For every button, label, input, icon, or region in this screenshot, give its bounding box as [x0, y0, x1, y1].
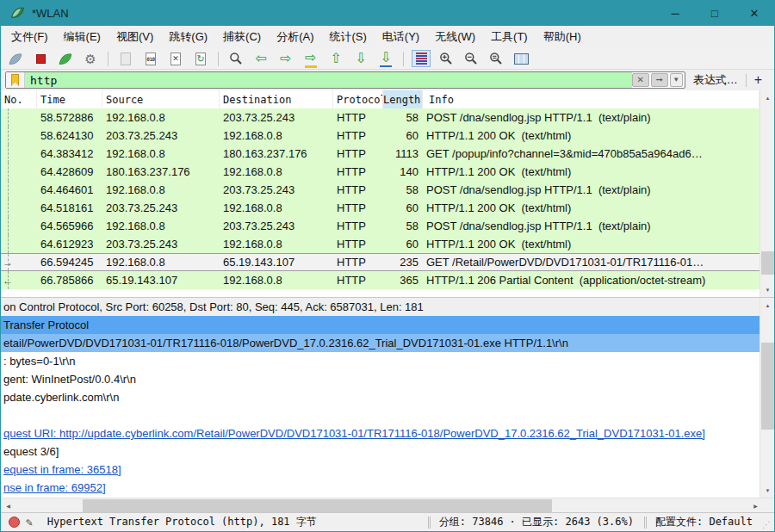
go-to-packet-icon[interactable]: ⇨: [301, 50, 321, 68]
packet-row[interactable]: 58.624130203.73.25.243192.168.0.8HTTP60H…: [1, 127, 760, 145]
menu-item-8[interactable]: 无线(W): [427, 29, 483, 45]
go-up-icon[interactable]: ⇧: [326, 50, 346, 68]
column-header-source[interactable]: Source: [102, 90, 220, 108]
menu-item-0[interactable]: 文件(F): [3, 29, 56, 45]
packet-cell: 203.73.25.243: [102, 129, 220, 142]
colorize-packets-icon[interactable]: [411, 50, 431, 68]
scrollbar-thumb[interactable]: [761, 251, 774, 275]
detail-line[interactable]: equest in frame: 36518]: [1, 461, 760, 479]
capture-start-icon[interactable]: [5, 50, 26, 68]
scroll-down-icon[interactable]: ▼: [760, 282, 774, 297]
packet-list-scrollbar[interactable]: ▲ ▼: [760, 90, 774, 297]
maximize-button[interactable]: □: [695, 0, 735, 26]
packet-row[interactable]: →66.594245192.168.0.865.19.143.107HTTP23…: [1, 253, 760, 271]
window-controls: ─ □ ✕: [655, 0, 774, 26]
file-properties-icon[interactable]: 010: [140, 50, 161, 68]
packet-row[interactable]: 64.518161203.73.25.243192.168.0.8HTTP60H…: [1, 199, 760, 217]
menu-item-7[interactable]: 电话(Y): [375, 29, 427, 45]
find-packet-icon[interactable]: [226, 50, 246, 68]
toolbar-separator: [218, 52, 219, 66]
close-button[interactable]: ✕: [735, 0, 774, 26]
detail-line[interactable]: nse in frame: 69952]: [1, 479, 760, 497]
detail-line[interactable]: : bytes=0-1\r\n: [1, 352, 760, 370]
close-file-icon[interactable]: ✕: [165, 50, 186, 68]
detail-line[interactable]: Transfer Protocol: [1, 316, 760, 334]
scroll-left-icon[interactable]: ◀: [1, 498, 16, 513]
go-down-icon[interactable]: ⇩: [350, 50, 371, 68]
add-filter-button[interactable]: +: [752, 72, 770, 88]
clear-filter-icon[interactable]: ✕: [632, 73, 649, 87]
display-filter-input[interactable]: http: [25, 72, 632, 88]
go-forward-icon[interactable]: ⇨: [276, 50, 296, 68]
expression-button[interactable]: 表达式…: [691, 72, 741, 88]
detail-line[interactable]: pdate.cyberlink.com\r\n: [1, 388, 760, 406]
column-header-length[interactable]: Length: [383, 90, 423, 108]
detail-scrollbar[interactable]: ▲ ▼: [760, 298, 774, 498]
packet-list-pane: No.TimeSourceDestinationProtocolLengthIn…: [1, 90, 774, 297]
status-profile[interactable]: 配置文件: Default: [655, 515, 753, 529]
resize-grip[interactable]: ⋰: [762, 520, 771, 529]
packet-row[interactable]: 64.565966192.168.0.8203.73.25.243HTTP58P…: [1, 217, 760, 235]
menu-item-10[interactable]: 帮助(H): [536, 29, 589, 45]
packet-row[interactable]: 64.464601192.168.0.8203.73.25.243HTTP58P…: [1, 181, 760, 199]
packet-cell: HTTP: [333, 220, 383, 232]
scrollbar-thumb[interactable]: [761, 343, 774, 430]
packet-row[interactable]: 64.428609180.163.237.176192.168.0.8HTTP1…: [1, 163, 760, 181]
resize-columns-icon[interactable]: [511, 50, 531, 68]
scroll-up-icon[interactable]: ▲: [760, 298, 774, 312]
packet-cell: 64.518161: [37, 201, 102, 214]
zoom-in-icon[interactable]: [436, 50, 456, 68]
packet-row[interactable]: 64.612923203.73.25.243192.168.0.8HTTP60H…: [1, 235, 760, 253]
capture-stop-icon[interactable]: [30, 50, 51, 68]
detail-line[interactable]: on Control Protocol, Src Port: 60258, Ds…: [1, 298, 760, 316]
packet-cell: 66.785866: [37, 274, 102, 287]
horizontal-scrollbar[interactable]: ◀ ▶: [1, 498, 774, 512]
scroll-up-icon[interactable]: ▲: [760, 90, 774, 105]
capture-comment-icon[interactable]: ✎: [26, 516, 33, 529]
menu-item-5[interactable]: 分析(A): [269, 29, 321, 45]
packet-row[interactable]: ←66.78586665.19.143.107192.168.0.8HTTP36…: [1, 271, 760, 289]
go-back-icon[interactable]: ⇦: [251, 50, 271, 68]
display-filter-box: http ✕ ➞ ▼: [5, 71, 685, 89]
packet-row[interactable]: 64.383412192.168.0.8180.163.237.176HTTP1…: [1, 145, 760, 163]
column-header-protocol[interactable]: Protocol: [333, 90, 383, 108]
filter-bookmark-icon[interactable]: [6, 72, 25, 88]
detail-line[interactable]: etail/PowerDVD/DVD171031-01/TR171116-018…: [1, 334, 760, 352]
packet-cell: GET /popup/info?channel=3&mid=470b85a5a9…: [423, 147, 760, 160]
packet-row[interactable]: 58.572886192.168.0.8203.73.25.243HTTP58P…: [1, 108, 760, 127]
column-header-destination[interactable]: Destination: [220, 90, 333, 108]
expert-info-icon[interactable]: [9, 517, 20, 528]
column-header-info[interactable]: Info: [423, 90, 760, 108]
menu-item-3[interactable]: 跳转(G): [161, 29, 215, 45]
reload-file-icon[interactable]: ↻: [190, 50, 211, 68]
minimize-button[interactable]: ─: [655, 0, 695, 26]
filter-history-dropdown-icon[interactable]: ▼: [670, 73, 683, 87]
column-header-time[interactable]: Time: [37, 90, 102, 108]
scroll-right-icon[interactable]: ▶: [748, 498, 763, 513]
zoom-out-icon[interactable]: [461, 50, 481, 68]
scrollbar-thumb[interactable]: [83, 499, 552, 512]
packet-cell: 64.612923: [37, 238, 102, 251]
packet-cell: HTTP: [333, 147, 383, 160]
detail-line[interactable]: [1, 406, 760, 424]
packet-cell: 60: [383, 129, 423, 142]
zoom-reset-icon[interactable]: [486, 50, 506, 68]
menu-item-6[interactable]: 统计(S): [321, 29, 374, 45]
column-header-no[interactable]: No.: [1, 90, 37, 108]
detail-line[interactable]: equest 3/6]: [1, 442, 760, 461]
menu-item-1[interactable]: 编辑(E): [56, 29, 108, 45]
scroll-down-icon[interactable]: ▼: [760, 483, 774, 498]
packet-cell: 58.624130: [37, 129, 102, 142]
apply-filter-icon[interactable]: ➞: [651, 73, 668, 87]
go-bottom-icon[interactable]: ⇩: [375, 50, 396, 68]
save-file-icon[interactable]: [115, 50, 136, 68]
packet-cell: 192.168.0.8: [220, 129, 333, 142]
capture-restart-icon[interactable]: [55, 50, 76, 68]
capture-options-icon[interactable]: ⚙: [80, 50, 101, 68]
detail-line[interactable]: gent: WinInetPost/0.0.4\r\n: [1, 370, 760, 388]
menu-item-2[interactable]: 视图(V): [108, 29, 161, 45]
detail-line[interactable]: quest URI: http://update.cyberlink.com/R…: [1, 424, 760, 442]
menu-item-4[interactable]: 捕获(C): [215, 29, 269, 45]
packet-cell: 203.73.25.243: [220, 220, 333, 232]
menu-item-9[interactable]: 工具(T): [483, 29, 536, 45]
